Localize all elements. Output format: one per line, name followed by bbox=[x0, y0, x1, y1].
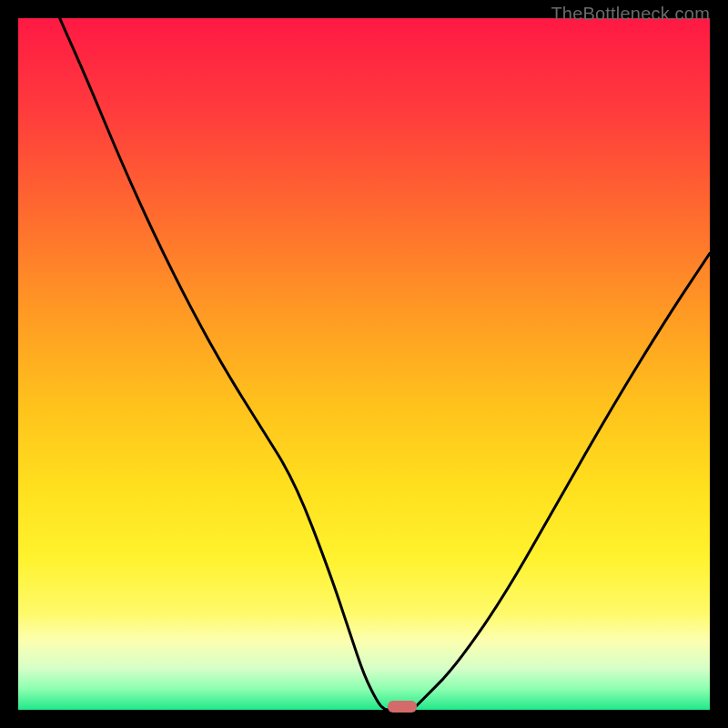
bottleneck-chart bbox=[18, 18, 710, 710]
chart-container: TheBottleneck.com bbox=[0, 0, 728, 728]
plot-area bbox=[18, 18, 710, 710]
gradient-background bbox=[18, 18, 710, 710]
